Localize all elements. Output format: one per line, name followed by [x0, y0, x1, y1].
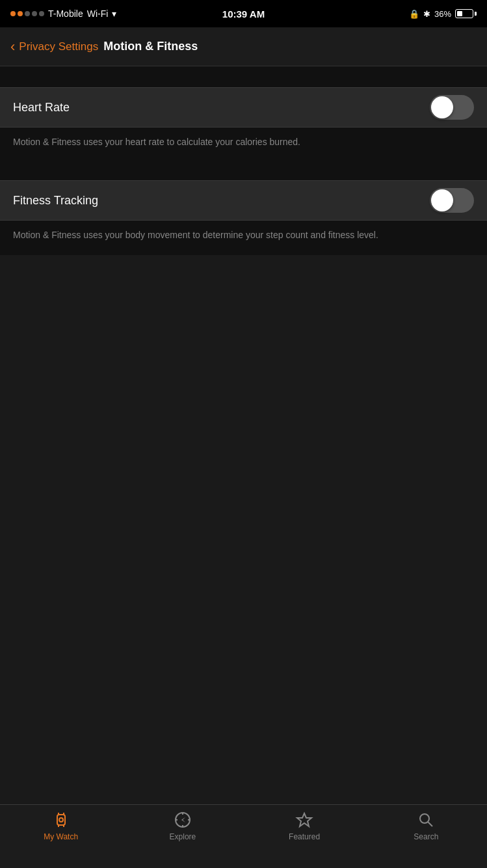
- tab-search[interactable]: Search: [365, 810, 487, 841]
- tab-my-watch[interactable]: My Watch: [0, 810, 122, 841]
- search-icon: [416, 810, 436, 830]
- wifi-icon: ▾: [112, 8, 116, 19]
- status-left: T-Mobile Wi-Fi ▾: [10, 8, 116, 19]
- fitness-tracking-toggle[interactable]: [430, 188, 474, 213]
- svg-point-13: [420, 814, 429, 823]
- fitness-tracking-section: Fitness Tracking: [0, 180, 487, 221]
- battery-body: [455, 9, 473, 18]
- status-time: 10:39 AM: [222, 8, 265, 20]
- featured-icon: [295, 810, 314, 830]
- carrier-wifi: T-Mobile Wi-Fi ▾: [48, 8, 116, 19]
- back-chevron-icon: ‹: [10, 38, 15, 55]
- heart-rate-label: Heart Rate: [13, 101, 70, 115]
- battery-tip: [475, 12, 477, 16]
- fitness-tracking-description: Motion & Fitness uses your body movement…: [13, 228, 474, 242]
- back-label: Privacy Settings: [19, 40, 98, 53]
- section-gap: [0, 162, 487, 180]
- explore-tab-label: Explore: [170, 832, 196, 841]
- tab-featured[interactable]: Featured: [244, 810, 365, 841]
- fitness-tracking-label: Fitness Tracking: [13, 194, 98, 208]
- signal-dot-1: [10, 11, 16, 16]
- fitness-tracking-toggle-knob: [431, 189, 453, 211]
- featured-tab-label: Featured: [289, 832, 320, 841]
- svg-marker-12: [297, 813, 311, 826]
- lock-icon: 🔒: [409, 9, 419, 19]
- heart-rate-row: Heart Rate: [0, 88, 487, 127]
- wifi-label: Wi-Fi: [87, 8, 109, 19]
- svg-line-14: [428, 822, 433, 827]
- signal-dots: [10, 11, 44, 16]
- heart-rate-section: Heart Rate: [0, 87, 487, 128]
- battery-fill: [457, 11, 462, 16]
- heart-rate-description-section: Motion & Fitness uses your heart rate to…: [0, 128, 487, 162]
- status-bar: T-Mobile Wi-Fi ▾ 10:39 AM 🔒 ✱ 36%: [0, 0, 487, 27]
- my-watch-icon: [51, 810, 71, 830]
- heart-rate-description: Motion & Fitness uses your heart rate to…: [13, 135, 474, 149]
- status-right: 🔒 ✱ 36%: [409, 9, 477, 19]
- heart-rate-toggle-knob: [431, 96, 453, 118]
- battery-icon: [455, 9, 477, 18]
- nav-bar: ‹ Privacy Settings Motion & Fitness: [0, 27, 487, 66]
- signal-dot-3: [25, 11, 30, 16]
- signal-dot-2: [18, 11, 23, 16]
- heart-rate-toggle[interactable]: [430, 95, 474, 120]
- battery-percent: 36%: [434, 9, 451, 19]
- svg-point-1: [59, 818, 63, 822]
- top-spacer: [0, 66, 487, 87]
- search-tab-label: Search: [414, 832, 438, 841]
- tab-explore[interactable]: Explore: [122, 810, 243, 841]
- my-watch-tab-label: My Watch: [44, 832, 78, 841]
- svg-marker-7: [181, 817, 185, 822]
- back-button[interactable]: ‹ Privacy Settings: [10, 38, 98, 55]
- fitness-tracking-description-section: Motion & Fitness uses your body movement…: [0, 221, 487, 255]
- svg-rect-0: [57, 815, 65, 825]
- fitness-tracking-row: Fitness Tracking: [0, 181, 487, 220]
- bluetooth-icon: ✱: [423, 9, 430, 19]
- signal-dot-4: [32, 11, 37, 16]
- tab-bar: My Watch Explore Featured: [0, 804, 487, 868]
- page-title: Motion & Fitness: [103, 40, 198, 53]
- carrier-label: T-Mobile: [48, 8, 83, 19]
- signal-dot-5: [39, 11, 44, 16]
- explore-icon: [173, 810, 192, 830]
